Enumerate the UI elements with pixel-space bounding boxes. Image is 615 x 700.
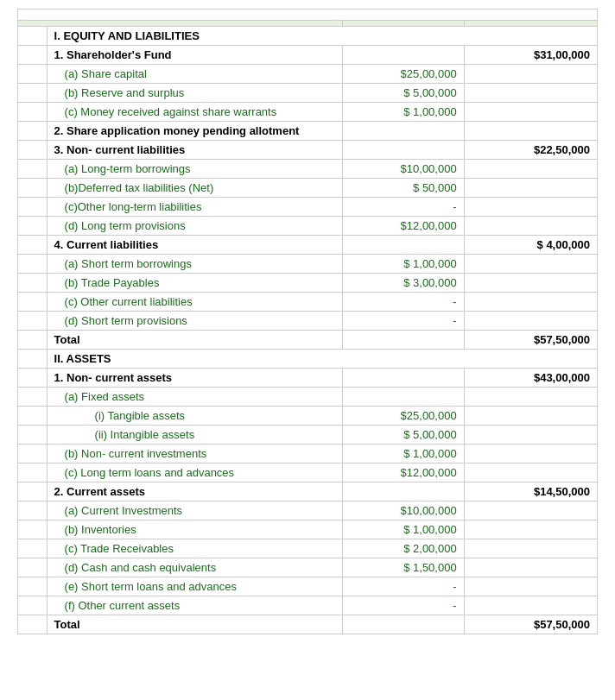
sub-section-label: 2. Current assets (47, 482, 342, 501)
total-col2: $57,50,000 (464, 615, 597, 634)
item-col2 (464, 293, 597, 312)
row-prefix (18, 312, 48, 331)
row-prefix (18, 426, 48, 445)
item-col2 (464, 255, 597, 274)
item-col2 (464, 217, 597, 236)
row-prefix (18, 596, 48, 615)
row-prefix (18, 84, 48, 103)
item-col2 (464, 312, 597, 331)
table-row: (c) Money received against share warrant… (18, 103, 598, 122)
table-row: (f) Other current assets - (18, 596, 598, 615)
sub-section-col1 (342, 482, 464, 501)
table-row: (e) Short term loans and advances - (18, 577, 598, 596)
item-label: (a) Short term borrowings (47, 255, 342, 274)
sub-section-col1 (342, 141, 464, 160)
item-label: (d) Cash and cash equivalents (47, 558, 342, 577)
col-particulars-header (18, 21, 343, 27)
item-col1: $ 2,00,000 (342, 539, 464, 558)
item-col1: $12,00,000 (342, 464, 464, 482)
row-prefix (18, 65, 48, 84)
table-row: II. ASSETS (18, 350, 598, 369)
item-col1: - (342, 577, 464, 596)
item-col2 (464, 274, 597, 293)
row-prefix (18, 293, 48, 312)
row-prefix (18, 122, 48, 141)
row-prefix (18, 501, 48, 520)
row-prefix (18, 141, 48, 160)
sub-section-col1 (342, 122, 464, 141)
item-col1: $ 1,00,000 (342, 520, 464, 539)
item-col2 (464, 103, 597, 122)
total-col1 (342, 615, 464, 634)
balance-sheet: I. EQUITY AND LIABILITIES 1. Shareholder… (0, 0, 615, 643)
item-col2 (464, 198, 597, 217)
table-row: (c) Trade Receivables $ 2,00,000 (18, 539, 598, 558)
item-col1: $ 5,00,000 (342, 84, 464, 103)
section-label: II. ASSETS (47, 350, 597, 369)
sub-section-label: 3. Non- current liabilities (47, 141, 342, 160)
item-label: (e) Short term loans and advances (47, 577, 342, 596)
row-prefix (18, 236, 48, 255)
row-prefix (18, 331, 48, 350)
section-number (18, 27, 48, 46)
row-prefix (18, 558, 48, 577)
item-indented-col2 (464, 407, 597, 426)
item-col1: $10,00,000 (342, 501, 464, 520)
row-prefix (18, 198, 48, 217)
row-prefix (18, 46, 48, 65)
sub-section-label: 2. Share application money pending allot… (47, 122, 342, 141)
item-col2 (464, 464, 597, 482)
table-row: (b) Trade Payables $ 3,00,000 (18, 274, 598, 293)
column-header-row (18, 21, 598, 27)
item-label: (b) Reserve and surplus (47, 84, 342, 103)
row-prefix (18, 255, 48, 274)
item-col1: $ 1,00,000 (342, 445, 464, 464)
sub-section-col2: $31,00,000 (464, 46, 597, 65)
item-label: (a) Long-term borrowings (47, 160, 342, 179)
item-col1: $ 1,00,000 (342, 103, 464, 122)
item-col2 (464, 65, 597, 84)
sub-section-label: 1. Shareholder's Fund (47, 46, 342, 65)
sub-section-label: 1. Non- current assets (47, 369, 342, 388)
total-col1 (342, 331, 464, 350)
item-plain-col2 (464, 388, 597, 407)
table-row: (b) Inventories $ 1,00,000 (18, 520, 598, 539)
item-indented-col1: $ 5,00,000 (342, 426, 464, 445)
section-label: I. EQUITY AND LIABILITIES (47, 27, 597, 46)
item-label: (c) Other current liabilities (47, 293, 342, 312)
item-col2 (464, 596, 597, 615)
row-prefix (18, 179, 48, 198)
table-row: (a) Long-term borrowings $10,00,000 (18, 160, 598, 179)
item-label: (d) Short term provisions (47, 312, 342, 331)
item-col2 (464, 84, 597, 103)
item-col2 (464, 539, 597, 558)
item-label: (b)Deferred tax liabilities (Net) (47, 179, 342, 198)
table-row: (a) Short term borrowings $ 1,00,000 (18, 255, 598, 274)
table-row: (b) Reserve and surplus $ 5,00,000 (18, 84, 598, 103)
row-prefix (18, 482, 48, 501)
item-label: (b) Trade Payables (47, 274, 342, 293)
table-row: Total $57,50,000 (18, 615, 598, 634)
table-row: (d) Cash and cash equivalents $ 1,50,000 (18, 558, 598, 577)
item-label: (c) Money received against share warrant… (47, 103, 342, 122)
sub-section-label: 4. Current liabilities (47, 236, 342, 255)
row-prefix (18, 388, 48, 407)
table-row: (b) Non- current investments $ 1,00,000 (18, 445, 598, 464)
item-label: (d) Long term provisions (47, 217, 342, 236)
table-row: 1. Non- current assets $43,00,000 (18, 369, 598, 388)
table-row: (c) Other current liabilities - (18, 293, 598, 312)
item-label: (a) Share capital (47, 65, 342, 84)
item-label: (c) Long term loans and advances (47, 464, 342, 482)
table-row: 3. Non- current liabilities $22,50,000 (18, 141, 598, 160)
item-col1: $12,00,000 (342, 217, 464, 236)
row-prefix (18, 217, 48, 236)
sub-section-col1 (342, 46, 464, 65)
item-col1: - (342, 293, 464, 312)
row-prefix (18, 539, 48, 558)
item-col1: $ 1,50,000 (342, 558, 464, 577)
item-label: (b) Inventories (47, 520, 342, 539)
item-col1: $ 3,00,000 (342, 274, 464, 293)
table-row: 2. Share application money pending allot… (18, 122, 598, 141)
sub-section-col1 (342, 369, 464, 388)
item-col2 (464, 445, 597, 464)
